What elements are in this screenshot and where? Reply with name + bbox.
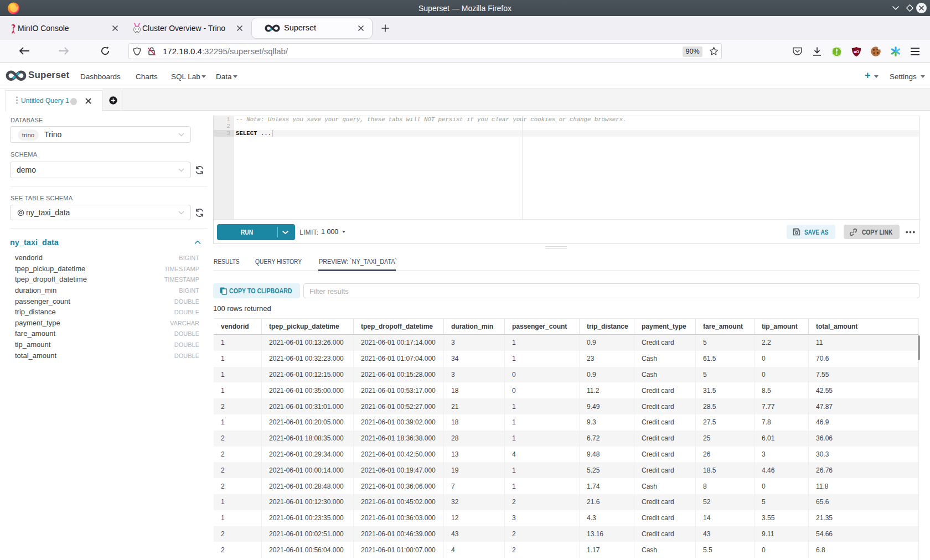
svg-text:uO: uO [854, 50, 859, 54]
